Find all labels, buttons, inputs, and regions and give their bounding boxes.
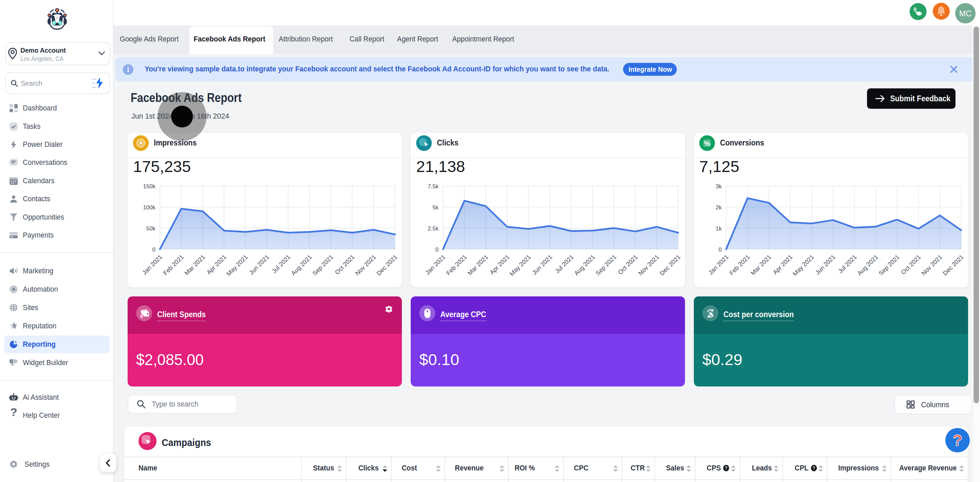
svg-text:Oct 2021: Oct 2021 <box>900 254 922 276</box>
svg-text:Apr 2021: Apr 2021 <box>488 254 511 276</box>
svg-text:May 2021: May 2021 <box>225 254 249 277</box>
svg-text:Jun 2021: Jun 2021 <box>531 254 554 276</box>
svg-text:0: 0 <box>719 246 722 253</box>
svg-text:%: % <box>704 140 710 147</box>
svg-text:Aug 2021: Aug 2021 <box>290 254 313 277</box>
svg-text:Jun 2021: Jun 2021 <box>248 254 270 276</box>
svg-text:5k: 5k <box>433 204 439 211</box>
svg-text:Dec 2021: Dec 2021 <box>942 254 965 277</box>
svg-text:Sep 2021: Sep 2021 <box>311 254 335 277</box>
svg-text:3k: 3k <box>716 183 722 190</box>
svg-text:Aug 2021: Aug 2021 <box>856 254 880 277</box>
svg-text:7.5k: 7.5k <box>428 183 439 190</box>
svg-text:Feb 2021: Feb 2021 <box>445 254 468 277</box>
svg-text:Oct 2021: Oct 2021 <box>617 254 639 276</box>
svg-text:Oct 2021: Oct 2021 <box>334 254 356 276</box>
svg-text:Jul 2021: Jul 2021 <box>270 254 292 275</box>
svg-text:Feb 2021: Feb 2021 <box>728 254 751 277</box>
svg-text:Nov 2021: Nov 2021 <box>637 254 660 277</box>
svg-text:Jan 2021: Jan 2021 <box>424 254 447 276</box>
svg-text:0: 0 <box>153 246 156 253</box>
svg-text:Mar 2021: Mar 2021 <box>749 254 773 277</box>
svg-text:2k: 2k <box>716 204 722 211</box>
svg-text:Apr 2021: Apr 2021 <box>205 254 228 276</box>
svg-text:?: ? <box>953 431 962 449</box>
svg-text:Feb 2021: Feb 2021 <box>162 254 185 277</box>
svg-text:Sep 2021: Sep 2021 <box>878 254 901 277</box>
svg-text:Dec 2021: Dec 2021 <box>375 254 399 277</box>
svg-text:100k: 100k <box>143 204 156 211</box>
svg-text:2.5k: 2.5k <box>428 225 439 232</box>
svg-text:Dec 2021: Dec 2021 <box>659 254 682 277</box>
svg-text:Apr 2021: Apr 2021 <box>772 254 794 276</box>
svg-text:1k: 1k <box>716 225 722 232</box>
svg-text:Sep 2021: Sep 2021 <box>595 254 618 277</box>
svg-text:May 2021: May 2021 <box>791 254 815 277</box>
svg-text:50k: 50k <box>146 225 156 232</box>
svg-text:Nov 2021: Nov 2021 <box>920 254 943 277</box>
svg-text:Aug 2021: Aug 2021 <box>573 254 597 277</box>
svg-text:Nov 2021: Nov 2021 <box>354 254 377 277</box>
svg-text:Mar 2021: Mar 2021 <box>183 254 207 277</box>
svg-text:150k: 150k <box>143 183 156 190</box>
svg-text:Jan 2021: Jan 2021 <box>141 254 164 276</box>
svg-text:Jan 2021: Jan 2021 <box>707 254 730 276</box>
svg-text:Jun 2021: Jun 2021 <box>814 254 837 276</box>
svg-text:Mar 2021: Mar 2021 <box>466 254 490 277</box>
svg-text:Jul 2021: Jul 2021 <box>837 254 858 275</box>
svg-text:Jul 2021: Jul 2021 <box>554 254 575 275</box>
svg-text:0: 0 <box>436 246 439 253</box>
svg-text:May 2021: May 2021 <box>508 254 532 277</box>
